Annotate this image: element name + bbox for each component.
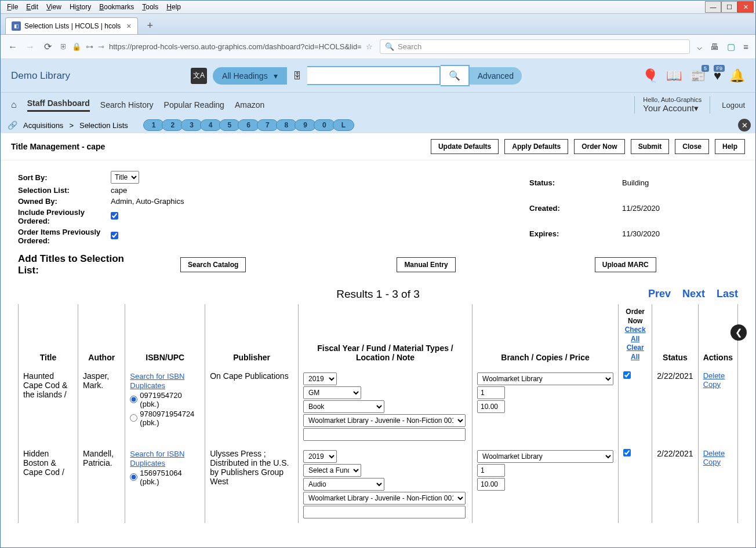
location-select[interactable]: Woolmarket Library - Juvenile - Non-Fict… — [303, 414, 466, 427]
menu-bookmarks[interactable]: Bookmarks — [96, 2, 137, 12]
nav-staff-dashboard[interactable]: Staff Dashboard — [27, 98, 90, 112]
pager-prev[interactable]: Prev — [648, 288, 671, 300]
menu-view[interactable]: View — [43, 2, 65, 12]
note-input[interactable] — [303, 506, 466, 518]
search-catalog-button[interactable]: Search Catalog — [180, 257, 246, 272]
pager-last[interactable]: Last — [717, 288, 738, 300]
note-input[interactable] — [303, 428, 466, 441]
side-expand-button[interactable]: ❮ — [730, 324, 747, 341]
page-pill[interactable]: 0 — [314, 119, 335, 131]
price-input[interactable] — [477, 400, 505, 413]
help-button[interactable]: Help — [715, 139, 745, 154]
nav-popular-reading[interactable]: Popular Reading — [164, 100, 224, 109]
isbn-radio[interactable] — [130, 414, 137, 422]
pager-next[interactable]: Next — [682, 288, 705, 300]
material-select[interactable]: Audio — [303, 478, 384, 491]
copy-link[interactable]: Copy — [703, 458, 733, 466]
browser-search-field[interactable]: 🔍 Search — [380, 39, 690, 54]
menu-tools[interactable]: Tools — [139, 2, 162, 12]
delete-link[interactable]: Delete — [703, 449, 733, 458]
menu-edit[interactable]: Edit — [23, 2, 42, 12]
your-account-dropdown[interactable]: Your Account▾ — [643, 103, 702, 114]
bell-icon[interactable]: 🔔 — [729, 68, 745, 83]
fund-select[interactable]: GM — [303, 386, 361, 399]
branch-select[interactable]: Woolmarket Library — [477, 372, 613, 385]
nav-amazon[interactable]: Amazon — [235, 100, 264, 109]
browser-tab[interactable]: ◧ Selection Lists | HCOLS | hcols × — [5, 17, 138, 34]
menu-file[interactable]: File — [3, 2, 21, 12]
copies-input[interactable] — [477, 464, 505, 477]
submit-button[interactable]: Submit — [631, 139, 670, 154]
extension-icon[interactable]: ▢ — [727, 42, 735, 52]
page-pill[interactable]: 1 — [143, 119, 165, 131]
pocket-icon[interactable]: ⌵ — [697, 42, 702, 52]
include-prev-checkbox[interactable] — [111, 212, 118, 220]
upload-marc-button[interactable]: Upload MARC — [595, 257, 656, 272]
back-button[interactable]: ← — [8, 42, 18, 52]
close-panel-button[interactable]: ✕ — [738, 119, 751, 131]
check-all-link[interactable]: Check All — [623, 326, 647, 344]
close-button[interactable]: Close — [675, 139, 709, 154]
page-pill[interactable]: 4 — [200, 119, 221, 131]
order-now-button[interactable]: Order Now — [574, 139, 624, 154]
manual-entry-button[interactable]: Manual Entry — [397, 257, 455, 272]
close-window-button[interactable]: ✕ — [737, 1, 754, 13]
database-icon[interactable]: 🗄 — [287, 71, 307, 81]
page-pill[interactable]: 7 — [257, 119, 278, 131]
star-icon[interactable]: ☆ — [366, 42, 373, 51]
print-icon[interactable]: 🖶 — [710, 42, 719, 52]
copies-input[interactable] — [477, 386, 505, 399]
home-icon[interactable]: ⌂ — [11, 100, 17, 110]
fy-select[interactable]: 2019 — [303, 450, 337, 463]
price-input[interactable] — [477, 478, 505, 491]
catalog-search-input[interactable] — [307, 66, 441, 85]
forward-button[interactable]: → — [25, 42, 35, 52]
branch-select[interactable]: Woolmarket Library — [477, 450, 613, 463]
menu-icon[interactable]: ≡ — [743, 42, 748, 52]
new-tab-button[interactable]: + — [143, 17, 158, 34]
language-icon[interactable]: 文A — [191, 68, 207, 84]
minimize-button[interactable]: — — [705, 1, 721, 13]
catalog-search-button[interactable]: 🔍 — [441, 65, 470, 86]
page-pill[interactable]: L — [333, 119, 354, 131]
page-pill[interactable]: 3 — [181, 119, 202, 131]
isbn-dup-link[interactable]: Search for ISBN Duplicates — [130, 450, 184, 467]
logout-link[interactable]: Logout — [722, 101, 745, 109]
clear-all-link[interactable]: Clear All — [623, 344, 647, 361]
ordernow-checkbox[interactable] — [623, 449, 631, 456]
menu-help[interactable]: Help — [163, 2, 184, 12]
page-pill[interactable]: 9 — [295, 119, 316, 131]
page-pill[interactable]: 8 — [276, 119, 297, 131]
location-select[interactable]: Woolmarket Library - Juvenile - Non-Fict… — [303, 492, 466, 505]
close-tab-icon[interactable]: × — [126, 21, 131, 31]
delete-link[interactable]: Delete — [703, 371, 733, 380]
apply-defaults-button[interactable]: Apply Defaults — [504, 139, 568, 154]
fy-select[interactable]: 2019 — [303, 372, 337, 385]
advanced-search-button[interactable]: Advanced — [470, 67, 522, 85]
breadcrumb-sel[interactable]: Selection Lists — [79, 121, 128, 130]
nav-search-history[interactable]: Search History — [100, 100, 154, 109]
page-pill[interactable]: 5 — [219, 119, 241, 131]
page-pill[interactable]: 6 — [238, 119, 259, 131]
sort-by-select[interactable]: Title — [111, 171, 139, 184]
headings-dropdown[interactable]: All Headings ▾ — [213, 67, 287, 85]
update-defaults-button[interactable]: Update Defaults — [431, 139, 499, 154]
copy-link[interactable]: Copy — [703, 380, 733, 389]
url-field[interactable]: ⛨ 🔒 ⊶ ⊸ https://preprod-hcols-verso.auto… — [60, 42, 373, 51]
news-icon[interactable]: 📰5 — [690, 68, 706, 83]
scan-icon[interactable]: 📖 — [666, 68, 682, 83]
breadcrumb-acq[interactable]: Acquisitions — [23, 121, 63, 130]
material-select[interactable]: Book — [303, 400, 384, 413]
menu-history[interactable]: History — [66, 2, 94, 12]
isbn-radio[interactable] — [130, 396, 137, 403]
order-prev-checkbox[interactable] — [111, 232, 118, 239]
reload-button[interactable]: ⟳ — [42, 42, 53, 52]
maximize-button[interactable]: ☐ — [721, 1, 737, 13]
fund-select[interactable]: Select a Fund — [303, 464, 361, 477]
ordernow-checkbox[interactable] — [623, 371, 631, 379]
page-pill[interactable]: 2 — [162, 119, 183, 131]
isbn-dup-link[interactable]: Search for ISBN Duplicates — [130, 372, 184, 390]
balloon-icon[interactable]: 🎈 — [642, 68, 658, 83]
isbn-radio[interactable] — [130, 473, 137, 481]
favorites-icon[interactable]: ♥F9 — [714, 68, 721, 83]
